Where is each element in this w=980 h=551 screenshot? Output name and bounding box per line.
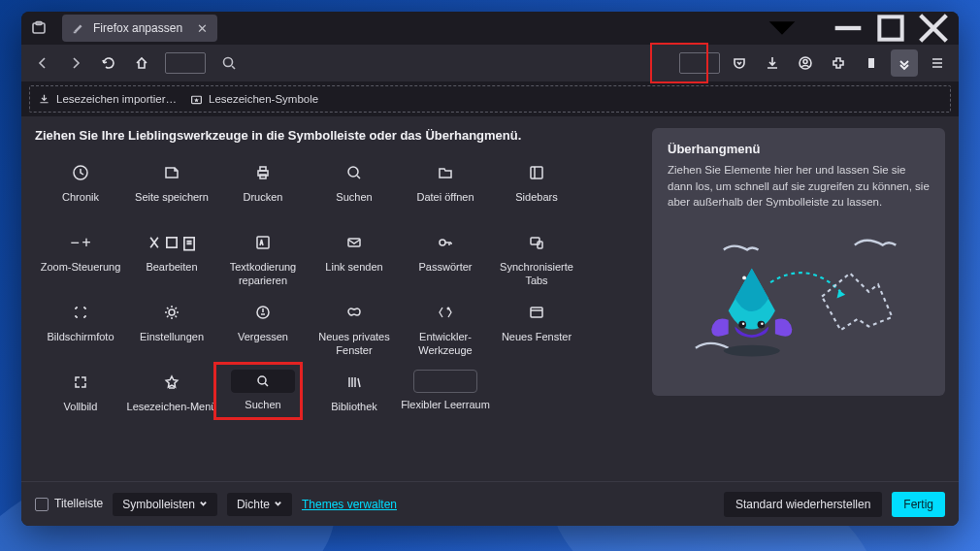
svg-rect-12 xyxy=(260,175,266,178)
svg-point-32 xyxy=(742,322,745,325)
tool-neues-fenster[interactable]: Neues Fenster xyxy=(491,296,582,366)
passwords-icon xyxy=(437,230,454,255)
tool-bibliothek[interactable]: Bibliothek xyxy=(309,366,400,436)
svg-point-28 xyxy=(724,345,780,357)
sidebars-icon xyxy=(528,160,545,185)
restore-defaults-button[interactable]: Standard wiederherstellen xyxy=(724,492,882,517)
search-icon[interactable] xyxy=(215,49,243,77)
svg-point-19 xyxy=(440,240,445,245)
customize-footer: Titelleiste Symbolleisten Dichte Themes … xyxy=(21,481,959,526)
tool-lesezeichen-menu[interactable]: Lesezeichen-Menü xyxy=(126,366,217,436)
svg-point-29 xyxy=(742,276,746,279)
navigation-toolbar xyxy=(21,45,959,81)
home-button[interactable] xyxy=(128,49,155,77)
tool-vollbild[interactable]: Vollbild xyxy=(35,366,126,436)
tool-sync-tabs[interactable]: Synchronisierte Tabs xyxy=(491,226,582,296)
account-icon[interactable] xyxy=(792,49,819,77)
flexible-space-icon xyxy=(413,370,477,393)
library-icon[interactable] xyxy=(858,49,885,77)
overflow-button[interactable] xyxy=(891,49,918,77)
library-books-icon xyxy=(345,370,363,395)
reload-button[interactable] xyxy=(95,49,122,77)
overflow-title: Überhangmenü xyxy=(668,142,930,156)
svg-point-26 xyxy=(258,376,266,384)
tool-bearbeiten[interactable]: Bearbeiten xyxy=(126,226,217,296)
titlebar-checkbox[interactable]: Titelleiste xyxy=(35,497,103,511)
overflow-menu-panel[interactable]: Überhangmenü Ziehen Sie Elemente hier he… xyxy=(652,128,945,396)
private-window-icon xyxy=(345,300,363,325)
tool-suchen[interactable]: Suchen xyxy=(309,156,400,226)
download-icon[interactable] xyxy=(759,49,786,77)
customize-heading: Ziehen Sie Ihre Lieblingswerkzeuge in di… xyxy=(35,128,638,143)
pocket-icon[interactable] xyxy=(726,49,753,77)
email-link-icon xyxy=(345,230,363,255)
svg-point-13 xyxy=(348,167,358,177)
toolbar-empty-slot[interactable] xyxy=(679,52,720,74)
print-icon xyxy=(254,160,272,185)
window-maximize[interactable] xyxy=(871,14,910,43)
tool-einstellungen[interactable]: Einstellungen xyxy=(126,296,217,366)
settings-icon xyxy=(163,300,180,325)
tool-link-senden[interactable]: Link senden xyxy=(309,226,400,296)
active-tab[interactable]: Firefox anpassen ✕ xyxy=(62,15,217,42)
window-close[interactable] xyxy=(914,14,953,43)
window-minimize[interactable] xyxy=(829,14,867,43)
forget-icon xyxy=(254,300,272,325)
recent-tabs-icon[interactable] xyxy=(25,15,52,42)
svg-rect-2 xyxy=(74,32,77,34)
save-page-icon xyxy=(163,160,180,185)
tool-passwoerter[interactable]: Passwörter xyxy=(400,226,491,296)
tool-privat[interactable]: Neues privates Fenster xyxy=(309,296,400,366)
forward-button[interactable] xyxy=(62,49,89,77)
svg-rect-3 xyxy=(879,16,901,39)
svg-point-6 xyxy=(803,60,807,64)
tool-vergessen[interactable]: Vergessen xyxy=(217,296,309,366)
tool-suchen-widget[interactable]: Suchen xyxy=(217,366,309,436)
svg-point-31 xyxy=(758,321,766,329)
back-button[interactable] xyxy=(29,49,56,77)
text-encoding-icon xyxy=(254,230,272,255)
svg-rect-18 xyxy=(348,239,360,246)
edit-controls-icon xyxy=(146,230,198,255)
svg-point-33 xyxy=(761,322,764,325)
open-file-icon xyxy=(437,160,454,185)
tool-zoom[interactable]: −+ Zoom-Steuerung xyxy=(35,226,126,296)
zoom-controls-icon: −+ xyxy=(70,230,90,255)
fullscreen-icon xyxy=(72,370,89,395)
toolbars-dropdown[interactable]: Symbolleisten xyxy=(113,493,217,516)
manage-themes-link[interactable]: Themes verwalten xyxy=(302,498,397,511)
new-window-icon xyxy=(528,300,545,325)
tab-strip: Firefox anpassen ✕ xyxy=(21,12,959,45)
bookmarks-toolbar[interactable]: Lesezeichen importier… Lesezeichen-Symbo… xyxy=(29,85,951,113)
new-tab-button[interactable] xyxy=(720,14,759,43)
tool-drucken[interactable]: Drucken xyxy=(217,156,309,226)
bookmarks-folder-item[interactable]: Lesezeichen-Symbole xyxy=(190,93,318,106)
paintbrush-icon xyxy=(72,21,85,35)
folder-star-icon xyxy=(190,93,203,106)
overflow-illustration xyxy=(668,220,930,382)
urlbar-placeholder[interactable] xyxy=(165,52,206,74)
import-bookmarks-item[interactable]: Lesezeichen importier… xyxy=(38,93,177,106)
tool-flex-leerraum[interactable]: Flexibler Leerraum xyxy=(400,366,491,436)
extensions-icon[interactable] xyxy=(825,49,852,77)
tool-datei-oeffnen[interactable]: Datei öffnen xyxy=(400,156,491,226)
import-bookmarks-label: Lesezeichen importier… xyxy=(56,93,177,105)
tool-chronik[interactable]: Chronik xyxy=(35,156,126,226)
tool-textkodierung[interactable]: Textkodierung reparieren xyxy=(217,226,309,296)
devtools-icon xyxy=(437,300,454,325)
svg-rect-25 xyxy=(531,308,542,317)
done-button[interactable]: Fertig xyxy=(892,492,945,517)
tool-dev[interactable]: Entwickler-Werkzeuge xyxy=(400,296,491,366)
svg-rect-7 xyxy=(868,58,874,68)
tabs-dropdown-button[interactable] xyxy=(763,14,801,43)
tool-bildschirmfoto[interactable]: Bildschirmfoto xyxy=(35,296,126,366)
tool-sidebars[interactable]: Sidebars xyxy=(491,156,582,226)
customize-panel: Ziehen Sie Ihre Lieblingswerkzeuge in di… xyxy=(21,116,959,481)
app-menu-button[interactable] xyxy=(924,49,951,77)
close-tab-icon[interactable]: ✕ xyxy=(197,21,208,36)
tool-seite-speichern[interactable]: Seite speichern xyxy=(126,156,217,226)
find-icon xyxy=(345,160,363,185)
overflow-description: Ziehen Sie Elemente hier her und lassen … xyxy=(668,162,930,211)
density-dropdown[interactable]: Dichte xyxy=(227,493,292,516)
import-icon xyxy=(38,93,50,106)
